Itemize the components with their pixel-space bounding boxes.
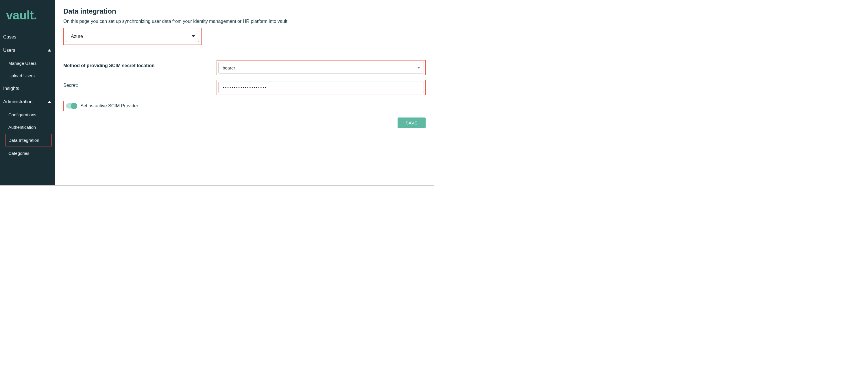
sidebar: vault. Cases Users Manage Users Upload U… <box>0 0 55 185</box>
sidebar-item-configurations[interactable]: Configurations <box>0 109 55 121</box>
chevron-down-icon <box>417 67 420 68</box>
main-content: Data integration On this page you can se… <box>55 0 434 185</box>
provider-select-value: Azure <box>71 34 83 39</box>
brand-logo: vault. <box>0 3 55 30</box>
sidebar-item-label: Upload Users <box>8 73 35 78</box>
sidebar-item-administration[interactable]: Administration <box>0 95 55 109</box>
active-provider-toggle[interactable] <box>66 103 77 109</box>
page-title: Data integration <box>63 7 426 15</box>
sidebar-item-label: Cases <box>3 34 16 40</box>
sidebar-item-label: Data Integration <box>8 138 39 143</box>
secret-label: Secret: <box>63 80 217 88</box>
active-provider-toggle-highlight: Set as active SCIM Provider <box>63 101 153 111</box>
chevron-down-icon <box>192 35 195 37</box>
sidebar-item-users[interactable]: Users <box>0 44 55 57</box>
sidebar-item-label: Insights <box>3 86 19 91</box>
sidebar-item-label: Manage Users <box>8 61 37 66</box>
sidebar-item-label: Categories <box>8 151 30 156</box>
method-select[interactable]: bearer <box>218 62 424 74</box>
secret-input[interactable]: •••••••••••••••••••• <box>218 82 424 93</box>
sidebar-item-label: Authentication <box>8 125 36 130</box>
sidebar-item-data-integration[interactable]: Data Integration <box>5 134 52 146</box>
method-label: Method of providing SCIM secret location <box>63 60 217 68</box>
save-button[interactable]: SAVE <box>398 117 426 128</box>
sidebar-item-label: Configurations <box>8 112 36 117</box>
method-field-highlight: bearer <box>217 60 426 75</box>
divider <box>63 53 426 53</box>
sidebar-item-insights[interactable]: Insights <box>0 82 55 95</box>
provider-select-highlight: Azure <box>63 28 202 45</box>
secret-field-highlight: •••••••••••••••••••• <box>217 80 426 95</box>
provider-select[interactable]: Azure <box>66 31 199 42</box>
secret-value: •••••••••••••••••••• <box>223 86 267 89</box>
sidebar-item-upload-users[interactable]: Upload Users <box>0 69 55 82</box>
sidebar-item-categories[interactable]: Categories <box>0 147 55 160</box>
chevron-up-icon <box>48 101 51 103</box>
method-select-value: bearer <box>223 65 235 70</box>
sidebar-item-cases[interactable]: Cases <box>0 30 55 44</box>
sidebar-item-label: Administration <box>3 99 32 105</box>
secret-row: Secret: •••••••••••••••••••• <box>63 80 426 95</box>
page-subtitle: On this page you can set up synchronizin… <box>63 19 426 24</box>
save-row: SAVE <box>63 117 426 128</box>
toggle-label: Set as active SCIM Provider <box>81 103 138 109</box>
sidebar-item-label: Users <box>3 48 15 53</box>
sidebar-item-manage-users[interactable]: Manage Users <box>0 57 55 69</box>
method-row: Method of providing SCIM secret location… <box>63 60 426 75</box>
toggle-knob <box>71 103 77 109</box>
sidebar-item-authentication[interactable]: Authentication <box>0 121 55 134</box>
chevron-up-icon <box>48 49 51 52</box>
